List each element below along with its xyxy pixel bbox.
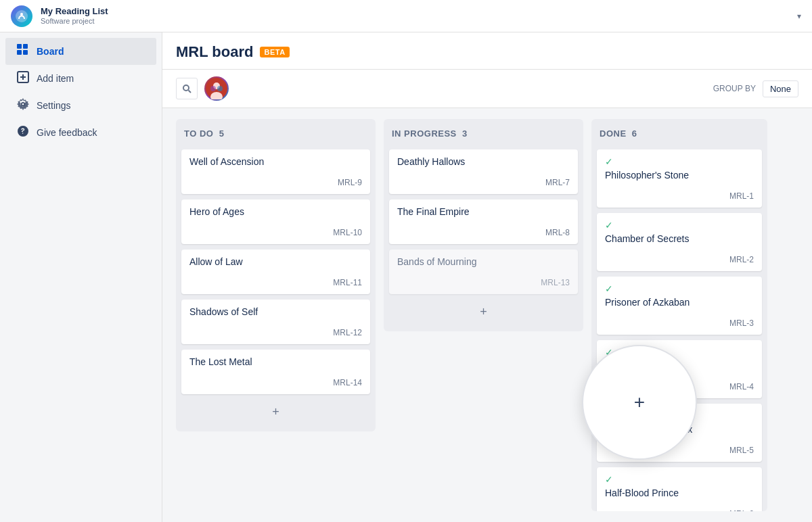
main-layout: Board Add item Settings bbox=[0, 32, 812, 522]
add-inprogress-button[interactable]: + bbox=[389, 300, 578, 325]
search-button[interactable] bbox=[176, 78, 198, 99]
card-hero-of-ages[interactable]: Hero of Ages MRL-10 bbox=[181, 199, 370, 244]
sidebar-board-label: Board bbox=[37, 46, 64, 57]
project-info: My Reading List Software project bbox=[41, 6, 789, 26]
sidebar-add-label: Add item bbox=[37, 73, 74, 84]
card-chamber-of-secrets[interactable]: ✓ Chamber of Secrets MRL-2 bbox=[597, 213, 762, 271]
svg-rect-3 bbox=[23, 44, 28, 49]
project-name: My Reading List bbox=[41, 6, 789, 17]
beta-badge: BETA bbox=[260, 47, 289, 57]
card-allow-of-law[interactable]: Allow of Law MRL-11 bbox=[181, 250, 370, 294]
svg-point-1 bbox=[20, 13, 23, 16]
card-final-empire[interactable]: The Final Empire MRL-8 bbox=[389, 199, 578, 244]
content-area: MRL board BETA GROUP BY bbox=[162, 32, 812, 522]
svg-rect-5 bbox=[23, 50, 28, 55]
svg-point-9 bbox=[183, 85, 189, 91]
group-by-dropdown[interactable]: None bbox=[763, 80, 798, 97]
column-inprogress: IN PROGRESS 3 Deathly Hallows MRL-7 The … bbox=[384, 119, 583, 331]
card-prisoner-of-azkaban[interactable]: ✓ Prisoner of Azkaban MRL-3 bbox=[597, 277, 762, 335]
sidebar-item-feedback[interactable]: Give feedback bbox=[5, 119, 156, 146]
column-todo-header: TO DO 5 bbox=[181, 126, 370, 144]
toolbar: GROUP BY None bbox=[162, 70, 812, 108]
svg-point-14 bbox=[210, 86, 216, 91]
board-icon bbox=[16, 44, 30, 59]
overlay-plus-icon: + bbox=[634, 392, 645, 413]
svg-rect-2 bbox=[17, 44, 22, 49]
column-inprogress-header: IN PROGRESS 3 bbox=[389, 126, 578, 144]
sidebar: Board Add item Settings bbox=[0, 32, 162, 522]
card-deathly-hallows[interactable]: Deathly Hallows MRL-7 bbox=[389, 149, 578, 194]
top-header: My Reading List Software project ▾ bbox=[0, 0, 812, 32]
card-shadows-of-self[interactable]: Shadows of Self MRL-12 bbox=[181, 300, 370, 344]
sidebar-item-settings[interactable]: Settings bbox=[5, 92, 156, 119]
column-todo: TO DO 5 Well of Ascension MRL-9 Hero of … bbox=[176, 119, 376, 431]
card-well-of-ascension[interactable]: Well of Ascension MRL-9 bbox=[181, 149, 370, 194]
sidebar-item-add[interactable]: Add item bbox=[5, 65, 156, 92]
sidebar-settings-label: Settings bbox=[37, 100, 71, 111]
sidebar-item-board[interactable]: Board bbox=[5, 38, 156, 65]
board-title: MRL board bbox=[176, 43, 253, 61]
avatar[interactable] bbox=[204, 76, 229, 101]
column-done-header: DONE 6 bbox=[597, 126, 762, 144]
board-area: TO DO 5 Well of Ascension MRL-9 Hero of … bbox=[162, 108, 812, 522]
svg-point-15 bbox=[217, 86, 223, 91]
svg-rect-4 bbox=[17, 50, 22, 55]
project-subtitle: Software project bbox=[41, 17, 789, 26]
feedback-icon bbox=[16, 125, 30, 140]
card-half-blood-prince[interactable]: ✓ Half-Blood Prince MRL-6 bbox=[597, 467, 762, 511]
board-header: MRL board BETA bbox=[162, 32, 812, 70]
sidebar-feedback-label: Give feedback bbox=[37, 127, 97, 138]
project-dropdown-arrow[interactable]: ▾ bbox=[797, 11, 801, 21]
card-philosophers-stone[interactable]: ✓ Philosopher's Stone MRL-1 bbox=[597, 149, 762, 208]
add-todo-button[interactable]: + bbox=[181, 400, 370, 425]
add-item-icon bbox=[16, 71, 30, 86]
card-the-lost-metal[interactable]: The Lost Metal MRL-14 bbox=[181, 350, 370, 394]
svg-line-10 bbox=[189, 91, 191, 93]
add-item-overlay[interactable]: + bbox=[582, 345, 697, 460]
card-bands-of-mourning[interactable]: Bands of Mourning MRL-13 bbox=[389, 250, 578, 294]
group-by-label: GROUP BY bbox=[713, 84, 756, 93]
settings-icon bbox=[16, 98, 30, 113]
project-logo bbox=[11, 5, 32, 27]
